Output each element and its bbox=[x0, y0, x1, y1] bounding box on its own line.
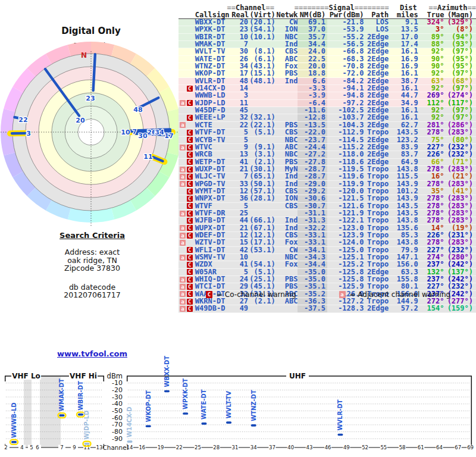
station-label: WBIR-DT bbox=[77, 381, 84, 411]
channel-tick-label: 6 bbox=[36, 445, 39, 450]
adjacent-channel-icon: a bbox=[339, 291, 346, 298]
co-channel-icon: C bbox=[187, 306, 193, 312]
db-datecode-value: 201207061717 bbox=[0, 291, 184, 299]
co-channel-icon: C bbox=[187, 247, 193, 253]
dbm-tick-label: -90 bbox=[112, 435, 123, 443]
real-channel: 13 bbox=[231, 151, 248, 158]
signal-mark bbox=[84, 443, 90, 445]
channel-tick-label: 61 bbox=[418, 445, 424, 450]
adjacent-channel-icon: a bbox=[180, 211, 186, 217]
search-address: Address: exact bbox=[0, 248, 184, 256]
network: Ind bbox=[275, 78, 298, 84]
signal-mark bbox=[146, 425, 151, 427]
power-dbm: -119.6 bbox=[327, 173, 364, 180]
band-gap bbox=[24, 377, 32, 447]
channel-tick-label: 46 bbox=[325, 445, 331, 450]
co-channel-icon: C bbox=[187, 196, 193, 202]
virtual-channel: (54.1) bbox=[248, 26, 275, 33]
network: Fox bbox=[275, 261, 298, 268]
search-city: oak ridge, TN bbox=[0, 256, 184, 265]
adjacent-channel-icon: a bbox=[180, 299, 186, 305]
spoke-channel-label: 20 bbox=[76, 117, 85, 124]
spoke-channel-label: 34 bbox=[155, 129, 164, 136]
path: Tropo bbox=[364, 173, 390, 180]
station-label: WTNZ-DT bbox=[250, 390, 257, 421]
azimuth-true: 278° bbox=[418, 239, 444, 246]
co-channel-icon: C bbox=[187, 225, 193, 231]
adjacent-channel-icon: a bbox=[180, 100, 186, 106]
noise-margin: -37.5 bbox=[298, 305, 327, 312]
signal-mark bbox=[226, 421, 231, 424]
signal-mark bbox=[60, 414, 65, 417]
virtual-channel: (28.1) bbox=[248, 195, 275, 202]
noise-margin: -28.7 bbox=[298, 173, 327, 180]
co-channel-icon: C bbox=[187, 137, 193, 143]
spoke-channel-label: 17 bbox=[164, 132, 173, 140]
spoke-channel-label: 30 bbox=[138, 132, 148, 140]
table-row: aCW49DB-D49-37.5-128.32Edge57.2154°(159°… bbox=[178, 305, 476, 312]
north-n-label: N bbox=[81, 51, 87, 60]
path: Tropo bbox=[364, 239, 390, 246]
adjacent-channel-icon: a bbox=[180, 240, 186, 246]
path: 2Edge bbox=[364, 151, 390, 158]
power-dbm: -128.3 bbox=[327, 305, 364, 312]
path: LOS bbox=[364, 26, 390, 33]
channel-tick-label: 4 bbox=[20, 445, 23, 450]
path: Tropo bbox=[364, 195, 390, 202]
noise-margin: -22.0 bbox=[298, 129, 327, 136]
station-label: WATE-DT bbox=[201, 389, 207, 420]
distance-miles: 143.8 bbox=[390, 217, 418, 224]
virtual-channel: (53.1) bbox=[248, 247, 275, 253]
azimuth-magnetic: (21°) bbox=[444, 173, 476, 180]
real-channel: 7 bbox=[231, 173, 248, 180]
adjacent-channel-icon: a bbox=[180, 122, 186, 128]
channel-tick-label: 34 bbox=[250, 445, 257, 450]
co-channel-icon: C bbox=[187, 277, 193, 283]
adjacent-channel-icon: a bbox=[180, 181, 186, 187]
callsign: WRCB bbox=[193, 151, 232, 158]
adjacent-channel-icon: a bbox=[180, 233, 186, 239]
signal-table: ==Channel== ========Signal======== Dist … bbox=[178, 5, 476, 313]
distance-miles: 57.2 bbox=[390, 305, 418, 312]
channel-tick-label: 2 bbox=[4, 445, 7, 450]
uhf-label: UHF bbox=[289, 372, 306, 380]
station-label: WMAK-DT bbox=[59, 378, 65, 411]
vhf-hi-label: VHF Hi bbox=[70, 372, 97, 380]
co-channel-icon: C bbox=[187, 115, 193, 121]
signal-mark bbox=[127, 440, 133, 443]
noise-margin: -34.4 bbox=[298, 261, 327, 268]
station-label: W14CX-D bbox=[127, 406, 133, 437]
network: CBS bbox=[275, 203, 298, 209]
spoke-channel-label: 10 bbox=[121, 129, 130, 136]
adjacent-channel-icon: a bbox=[180, 255, 186, 261]
distance-miles: 83.7 bbox=[390, 151, 418, 158]
search-zip: Zipcode 37830 bbox=[0, 264, 184, 273]
channel-tick-label: 69 bbox=[467, 445, 474, 450]
adjacent-channel-icon: a bbox=[180, 225, 186, 231]
virtual-channel: (66.1) bbox=[248, 217, 275, 224]
co-channel-icon: C bbox=[187, 269, 193, 275]
spoke-channel-label: 7 bbox=[132, 128, 137, 136]
distance-miles: 13.5 bbox=[390, 26, 418, 33]
signal-mark bbox=[164, 390, 170, 393]
adjacent-channel-icon: a bbox=[180, 174, 186, 180]
co-channel-icon: C bbox=[187, 299, 193, 305]
channel-tick-label: 31 bbox=[232, 445, 239, 450]
path: Tropo bbox=[364, 217, 390, 224]
power-dbm: -122.1 bbox=[327, 217, 364, 224]
path: 2Edge bbox=[364, 305, 390, 312]
station-label: WPXK-DT bbox=[182, 378, 189, 409]
azimuth-true: 154° bbox=[418, 305, 444, 312]
azimuth-true: 16° bbox=[418, 173, 444, 180]
network: Ind bbox=[275, 173, 298, 180]
real-channel: 23 bbox=[231, 26, 248, 33]
channel-tick-label: 64 bbox=[436, 445, 443, 450]
real-channel: 44 bbox=[231, 217, 248, 224]
azimuth-magnetic: (283°) bbox=[444, 217, 476, 224]
network: ION bbox=[275, 195, 298, 202]
azimuth-true: 278° bbox=[418, 195, 444, 202]
signal-mark bbox=[78, 414, 83, 416]
band-gap bbox=[40, 377, 61, 447]
azimuth-true: 278° bbox=[418, 217, 444, 224]
signal-strip-chart: VHF LoVHF HiUHFdBm-10-20-30-40-50-60-70-… bbox=[0, 344, 476, 457]
